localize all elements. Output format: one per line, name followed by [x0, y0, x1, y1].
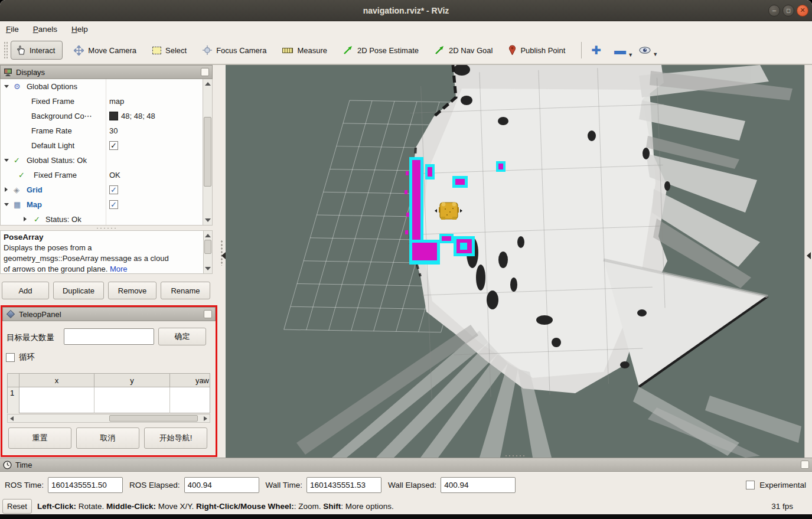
checkbox-checked[interactable]: ✓	[109, 200, 118, 209]
tree-row-fixed-frame[interactable]: Fixed Frame map	[1, 94, 212, 109]
displays-scrollbar[interactable]	[203, 79, 212, 225]
tree-row-grid[interactable]: ◈ Grid ✓	[1, 182, 212, 197]
scrollbar-thumb[interactable]	[109, 415, 198, 422]
tree-row-default-light[interactable]: Default Light ✓	[1, 138, 212, 153]
scroll-up-icon[interactable]	[205, 234, 211, 237]
tree-row-global-options[interactable]: ⚙ Global Options	[1, 79, 212, 94]
color-swatch[interactable]	[109, 112, 118, 120]
expander-right-icon[interactable]	[24, 217, 27, 221]
start-navigation-button[interactable]: 开始导航!	[144, 427, 207, 449]
expander-down-icon[interactable]	[4, 203, 9, 206]
wall-elapsed-input[interactable]	[441, 477, 516, 493]
tree-row-fixed-frame-status[interactable]: ✓ Fixed Frame OK	[1, 168, 212, 182]
wall-time-input[interactable]	[306, 477, 381, 493]
time-panel-header[interactable]: Time	[0, 458, 812, 472]
nav-goal-tool[interactable]: 2D Nav Goal	[435, 45, 493, 55]
confirm-button[interactable]: 确定	[158, 328, 206, 345]
tree-row-global-status[interactable]: ✓ Global Status: Ok	[1, 153, 212, 168]
scroll-down-icon[interactable]	[205, 267, 211, 270]
dropdown-arrow-icon[interactable]: ▼	[653, 51, 658, 57]
scroll-right-icon[interactable]	[204, 416, 207, 421]
tree-value[interactable]: 48; 48; 48	[121, 109, 155, 123]
maximize-button[interactable]: ◻	[782, 5, 794, 17]
checkbox-unchecked[interactable]	[6, 353, 15, 362]
wall-time-label: Wall Time:	[266, 481, 303, 489]
publish-point-tool[interactable]: Publish Point	[508, 45, 565, 56]
cell-x[interactable]	[19, 387, 94, 413]
cell-yaw[interactable]	[170, 387, 210, 413]
close-button[interactable]: ✕	[797, 5, 808, 17]
tree-row-frame-rate[interactable]: Frame Rate 30	[1, 123, 212, 138]
zoom-out-button[interactable]: ▬▼	[614, 46, 626, 54]
more-info-link[interactable]: More	[110, 265, 128, 273]
3d-viewport[interactable]	[226, 65, 804, 458]
panel-view-splitter[interactable]	[220, 65, 226, 458]
column-header-y[interactable]: y	[94, 374, 170, 387]
title-bar[interactable]: navigation.rviz* - RViz – ◻ ✕	[0, 0, 812, 21]
visibility-button[interactable]: ▼	[639, 47, 651, 54]
scroll-down-icon[interactable]	[205, 218, 211, 222]
float-panel-button[interactable]	[201, 68, 209, 76]
measure-tool[interactable]: Measure	[282, 46, 327, 55]
add-button[interactable]: Add	[2, 282, 49, 299]
move-camera-tool[interactable]: Move Camera	[74, 45, 136, 56]
experimental-checkbox-row[interactable]: Experimental	[746, 481, 806, 489]
remove-button[interactable]: Remove	[108, 282, 156, 299]
teleop-cancel-button[interactable]: 取消	[76, 427, 139, 449]
menu-help[interactable]: Help	[71, 25, 88, 34]
menu-panels[interactable]: Panels	[33, 25, 57, 34]
reset-button[interactable]: Reset	[2, 499, 32, 514]
teleop-panel-header[interactable]: TeleopPanel	[2, 307, 216, 321]
expander-down-icon[interactable]	[4, 85, 9, 88]
loop-checkbox-row[interactable]: 循环	[6, 352, 35, 363]
view-bottom-splitter-dots[interactable]	[504, 455, 526, 457]
rename-button[interactable]: Rename	[161, 282, 210, 299]
ros-elapsed-input[interactable]	[184, 477, 259, 493]
column-header-yaw[interactable]: yaw	[170, 374, 210, 387]
checkbox-checked[interactable]: ✓	[109, 141, 118, 150]
corner-header-cell[interactable]	[8, 374, 19, 387]
expand-panel-arrow-icon[interactable]	[807, 252, 811, 259]
render-canvas[interactable]	[226, 65, 804, 458]
waypoint-table[interactable]: x y yaw 1	[7, 373, 210, 413]
scroll-left-icon[interactable]	[10, 416, 14, 421]
goal-count-input[interactable]	[64, 328, 154, 345]
float-panel-button[interactable]	[204, 310, 212, 318]
zoom-in-button[interactable]: ✚	[591, 45, 601, 56]
tree-row-background-color[interactable]: Background Co⋯ 48; 48; 48	[1, 109, 212, 123]
scroll-up-icon[interactable]	[205, 82, 211, 86]
expander-right-icon[interactable]	[5, 187, 8, 192]
interact-tool-button[interactable]: Interact	[11, 41, 63, 60]
collapsed-right-panel[interactable]	[804, 65, 812, 458]
tree-value[interactable]: 30	[109, 123, 118, 138]
expander-down-icon[interactable]	[4, 159, 9, 162]
duplicate-button[interactable]: Duplicate	[53, 282, 104, 299]
panel-splitter[interactable]	[0, 226, 213, 230]
tree-value[interactable]: map	[109, 94, 124, 109]
checkbox-checked[interactable]: ✓	[109, 185, 118, 194]
float-panel-button[interactable]	[801, 461, 809, 469]
collapse-panel-arrow-icon[interactable]	[221, 252, 226, 259]
focus-camera-tool[interactable]: Focus Camera	[203, 45, 266, 55]
column-header-x[interactable]: x	[19, 374, 94, 387]
select-tool[interactable]: Select	[152, 46, 187, 55]
scrollbar-thumb[interactable]	[204, 117, 211, 187]
tree-row-map[interactable]: ▦ Map ✓	[1, 197, 212, 212]
row-header-cell[interactable]: 1	[8, 387, 19, 413]
ros-time-input[interactable]	[48, 477, 123, 493]
teleop-reset-button[interactable]: 重置	[8, 427, 71, 449]
cell-y[interactable]	[94, 387, 170, 413]
toolbar-grip[interactable]	[4, 41, 8, 59]
window-title: navigation.rviz* - RViz	[363, 6, 449, 15]
scrollbar-thumb[interactable]	[204, 240, 211, 254]
tree-row-map-status[interactable]: ✓ Status: Ok	[1, 212, 212, 226]
description-scrollbar[interactable]	[203, 231, 212, 273]
menu-file[interactable]: File	[6, 25, 19, 34]
minimize-button[interactable]: –	[768, 5, 780, 17]
displays-tree[interactable]: ⚙ Global Options Fixed Frame map Backgro…	[0, 79, 213, 226]
checkbox-unchecked[interactable]	[746, 481, 755, 489]
dropdown-arrow-icon[interactable]: ▼	[628, 52, 633, 58]
displays-panel-header[interactable]: Displays	[0, 65, 213, 79]
table-horizontal-scrollbar[interactable]	[7, 414, 210, 423]
pose-estimate-tool[interactable]: 2D Pose Estimate	[343, 45, 419, 55]
